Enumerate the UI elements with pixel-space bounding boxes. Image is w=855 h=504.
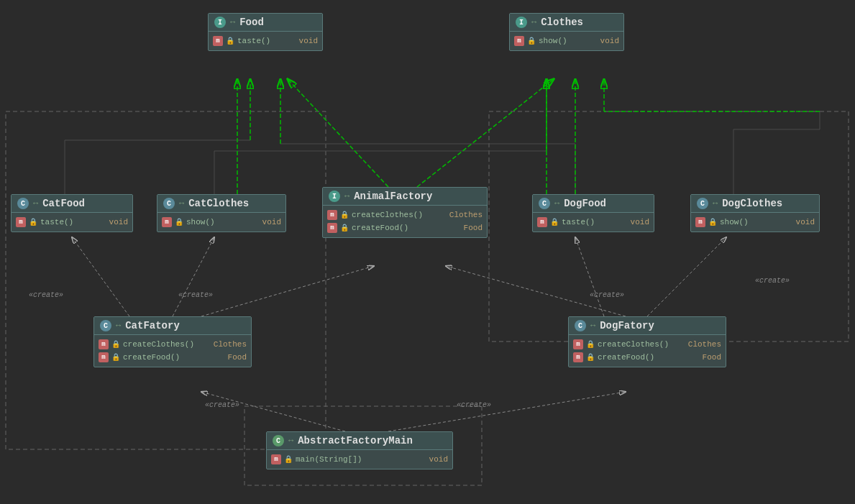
catfatory-body: m 🔒 createClothes() Clothes m 🔒 createFo… — [94, 335, 251, 367]
food-method-taste: m 🔒 taste() void — [213, 35, 318, 47]
catclothes-method: m 🔒 show() void — [162, 216, 281, 229]
method-icon: m — [537, 217, 547, 227]
create-label-dog-factory: «create» — [457, 401, 491, 409]
method-icon: m — [327, 210, 337, 220]
svg-line-25 — [173, 237, 214, 316]
animalfactory-method-createclothes: m 🔒 createClothes() Clothes — [327, 209, 483, 221]
method-icon: m — [514, 36, 524, 46]
catfood-body: m 🔒 taste() void — [12, 213, 132, 232]
catclothes-header: C ↔ CatClothes — [157, 195, 285, 213]
method-icon: m — [573, 352, 583, 362]
abstractfactorymain-header: C ↔ AbstractFactoryMain — [267, 432, 452, 450]
dogfood-title: DogFood — [564, 198, 606, 209]
create-label-cat-clothes: «create» — [178, 291, 213, 299]
method-icon: m — [695, 217, 705, 227]
dogfood-box: C ↔ DogFood m 🔒 taste() void — [532, 194, 654, 232]
method-icon: m — [327, 223, 337, 233]
svg-line-22 — [201, 392, 345, 431]
dogfood-body: m 🔒 taste() void — [533, 213, 654, 232]
catfatory-box: C ↔ CatFatory m 🔒 createClothes() Clothe… — [93, 316, 252, 367]
svg-rect-0 — [6, 111, 326, 449]
abstractfactorymain-box: C ↔ AbstractFactoryMain m 🔒 main(String[… — [266, 431, 453, 469]
catfood-box: C ↔ CatFood m 🔒 taste() void — [11, 194, 133, 232]
dogclothes-method: m 🔒 show() void — [695, 216, 815, 229]
food-header: I ↔ Food — [209, 14, 322, 32]
dogfood-header: C ↔ DogFood — [533, 195, 654, 213]
clothes-title: Clothes — [541, 17, 583, 28]
catfatory-method-createclothes: m 🔒 createClothes() Clothes — [99, 338, 247, 351]
create-label-cat-factory: «create» — [205, 401, 239, 409]
catfood-header: C ↔ CatFood — [12, 195, 132, 213]
diagram-container: I ↔ Food m 🔒 taste() void I ↔ Clothes m … — [0, 0, 855, 504]
dogfatory-method-createclothes: m 🔒 createClothes() Clothes — [573, 338, 721, 351]
class-icon: C — [697, 198, 708, 209]
catclothes-title: CatClothes — [188, 198, 249, 209]
method-icon: m — [271, 454, 281, 464]
create-label-dog-food: «create» — [590, 291, 624, 299]
method-icon: m — [213, 36, 223, 46]
method-icon: m — [16, 217, 26, 227]
abstractfactorymain-body: m 🔒 main(String[]) void — [267, 450, 452, 469]
method-icon: m — [99, 352, 109, 362]
catfatory-header: C ↔ CatFatory — [94, 317, 251, 335]
interface-icon: I — [516, 17, 527, 28]
method-icon: m — [573, 339, 583, 349]
class-icon: C — [539, 198, 550, 209]
interface-icon: I — [214, 17, 226, 28]
clothes-body: m 🔒 show() void — [510, 32, 623, 50]
svg-line-28 — [288, 79, 388, 187]
food-body: m 🔒 taste() void — [209, 32, 322, 50]
dogclothes-body: m 🔒 show() void — [691, 213, 819, 232]
dogfood-method: m 🔒 taste() void — [537, 216, 649, 229]
animalfactory-box: I ↔ AnimalFactory m 🔒 createClothes() Cl… — [322, 187, 488, 238]
method-icon: m — [99, 339, 109, 349]
abstractfactorymain-method-main: m 🔒 main(String[]) void — [271, 453, 448, 466]
animalfactory-body: m 🔒 createClothes() Clothes m 🔒 createFo… — [323, 206, 487, 237]
class-icon: C — [273, 435, 284, 446]
dogclothes-header: C ↔ DogClothes — [691, 195, 819, 213]
svg-line-29 — [417, 79, 554, 187]
svg-line-23 — [388, 392, 626, 431]
food-box: I ↔ Food m 🔒 taste() void — [208, 13, 323, 51]
svg-line-20 — [201, 266, 374, 316]
catfatory-title: CatFatory — [125, 320, 180, 331]
catclothes-box: C ↔ CatClothes m 🔒 show() void — [157, 194, 286, 232]
catclothes-body: m 🔒 show() void — [157, 213, 285, 232]
dogclothes-title: DogClothes — [722, 198, 782, 209]
dogfatory-box: C ↔ DogFatory m 🔒 createClothes() Clothe… — [568, 316, 726, 367]
dogfatory-method-createfood: m 🔒 createFood() Food — [573, 351, 721, 364]
animalfactory-method-createfood: m 🔒 createFood() Food — [327, 221, 483, 234]
class-icon: C — [100, 320, 111, 331]
clothes-method-show: m 🔒 show() void — [514, 35, 619, 47]
animalfactory-header: I ↔ AnimalFactory — [323, 188, 487, 206]
svg-line-27 — [647, 237, 726, 316]
abstractfactorymain-title: AbstractFactoryMain — [298, 435, 413, 446]
food-title: Food — [239, 17, 264, 28]
class-icon: C — [575, 320, 586, 331]
animalfactory-title: AnimalFactory — [354, 191, 432, 202]
catfood-method: m 🔒 taste() void — [16, 216, 128, 229]
dogfatory-header: C ↔ DogFatory — [569, 317, 726, 335]
dogfatory-body: m 🔒 createClothes() Clothes m 🔒 createFo… — [569, 335, 726, 367]
method-icon: m — [162, 217, 172, 227]
create-label-cat-food: «create» — [29, 291, 63, 299]
connections-svg — [0, 0, 855, 504]
svg-line-26 — [575, 237, 604, 316]
class-icon: C — [17, 198, 29, 209]
svg-line-24 — [72, 237, 129, 316]
dogfatory-title: DogFatory — [600, 320, 654, 331]
clothes-header: I ↔ Clothes — [510, 14, 623, 32]
class-icon: C — [163, 198, 175, 209]
clothes-box: I ↔ Clothes m 🔒 show() void — [509, 13, 624, 51]
catfatory-method-createfood: m 🔒 createFood() Food — [99, 351, 247, 364]
catfood-title: CatFood — [42, 198, 85, 209]
dogclothes-box: C ↔ DogClothes m 🔒 show() void — [690, 194, 820, 232]
interface-icon: I — [329, 191, 340, 202]
create-label-dog-clothes: «create» — [755, 277, 790, 285]
